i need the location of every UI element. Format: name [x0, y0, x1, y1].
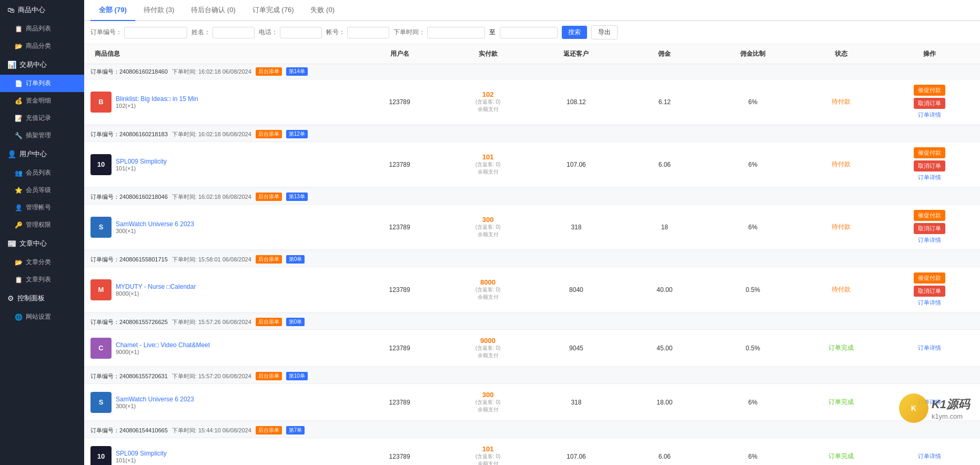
phone-input[interactable] — [280, 27, 322, 38]
export-button[interactable]: 导出 — [591, 25, 618, 39]
status-badge: 订单完成 — [829, 452, 854, 460]
order-detail-button[interactable]: 订单详情 — [918, 344, 941, 352]
tab-completed[interactable]: 订单完成 (76) — [244, 0, 302, 21]
status-badge: 订单完成 — [829, 344, 854, 351]
urge-payment-button[interactable]: 催促付款 — [914, 272, 945, 284]
sidebar-item-shop-manage[interactable]: 🔧 插架管理 — [0, 127, 84, 144]
account-field: 帐号： — [326, 27, 389, 38]
product-image: C — [90, 338, 112, 359]
sidebar-item-recharge[interactable]: 📝 充值记录 — [0, 109, 84, 127]
tab-failed[interactable]: 失败 (0) — [302, 0, 343, 21]
product-price: 8000(×1) — [116, 290, 196, 297]
order-meta: 订单编号：240806155801715 下单时间: 15:58:01 06/0… — [84, 252, 980, 267]
product-category-icon: 📂 — [15, 43, 23, 50]
product-name[interactable]: SamWatch Universe 6 2023 — [116, 396, 194, 403]
sidebar-item-product-list[interactable]: 📋 商品列表 — [0, 20, 84, 37]
sidebar-section-user[interactable]: 👤 用户中心 — [0, 144, 84, 164]
member-level-icon: ⭐ — [15, 187, 23, 194]
actions-cell: 催促付款 取消订单 订单详情 — [885, 272, 974, 307]
urge-payment-button[interactable]: 催促付款 — [914, 147, 945, 158]
sidebar-item-manage-account[interactable]: 👤 管理帐号 — [0, 199, 84, 216]
cancel-order-button[interactable]: 取消订单 — [914, 98, 945, 109]
order-detail-button[interactable]: 订单详情 — [918, 111, 941, 119]
sidebar-section-article[interactable]: 📰 文章中心 — [0, 234, 84, 254]
username-cell: 123789 — [356, 224, 444, 231]
commission-ratio-cell: 6% — [709, 399, 797, 406]
product-name[interactable]: SamWatch Universe 6 2023 — [116, 220, 194, 228]
product-info: M MYDUTY - Nurse □Calendar 8000(×1) — [90, 279, 356, 300]
order-meta: 订单编号：240806160218460 下单时间: 16:02:18 06/0… — [84, 64, 980, 79]
product-list-icon: 📋 — [15, 25, 23, 33]
cancel-order-button[interactable]: 取消订单 — [914, 286, 945, 297]
th-amount: 实付款 — [444, 49, 532, 58]
product-info: S SamWatch Universe 6 2023 300(×1) — [90, 392, 356, 413]
order-group: 订单编号：240806154410665 下单时间: 15:44:10 06/0… — [84, 423, 980, 465]
tab-pending-pay[interactable]: 待付款 (3) — [135, 0, 183, 21]
cancel-order-button[interactable]: 取消订单 — [914, 223, 945, 234]
time-start-input[interactable] — [427, 27, 485, 38]
order-tag1: 后台添单 — [256, 193, 282, 201]
order-detail-button[interactable]: 订单详情 — [918, 236, 941, 244]
product-name[interactable]: SPL009 Simplicity — [116, 158, 167, 165]
order-id: 订单编号：240806155726625 — [90, 318, 168, 326]
order-tag2: 第12单 — [286, 130, 308, 138]
commission-ratio-cell: 6% — [709, 224, 797, 231]
actions-cell: 催促付款 取消订单 订单详情 — [885, 85, 974, 119]
product-name[interactable]: SPL009 Simplicity — [116, 450, 167, 457]
product-info: 10 SPL009 Simplicity 101(×1) — [90, 446, 356, 466]
username-cell: 123789 — [356, 345, 444, 352]
sidebar-section-control[interactable]: ⚙ 控制面板 — [0, 288, 84, 308]
article-list-icon: 📋 — [15, 276, 23, 284]
status-badge: 待付款 — [832, 286, 851, 293]
urge-payment-button[interactable]: 催促付款 — [914, 85, 945, 96]
order-detail-button[interactable]: 订单详情 — [918, 398, 941, 406]
commission-cell: 18 — [620, 224, 709, 231]
sidebar-item-refund[interactable]: 💰 资金明细 — [0, 92, 84, 109]
sidebar-item-member-level[interactable]: ⭐ 会员等级 — [0, 181, 84, 199]
tab-all[interactable]: 全部 (79) — [90, 0, 135, 21]
status-badge: 待付款 — [832, 98, 851, 105]
product-image: S — [90, 217, 112, 238]
return-customer-cell: 107.06 — [532, 161, 620, 168]
time-end-input[interactable] — [500, 27, 558, 38]
order-group: 订单编号：240806160218183 下单时间: 16:02:18 06/0… — [84, 127, 980, 187]
tab-pending-confirm[interactable]: 待后台确认 (0) — [183, 0, 244, 21]
account-input[interactable] — [347, 27, 389, 38]
product-name[interactable]: Blinklist: Big Ideas□ in 15 Min — [116, 95, 198, 103]
sidebar-item-manage-role[interactable]: 🔑 管理权限 — [0, 216, 84, 234]
urge-payment-button[interactable]: 催促付款 — [914, 210, 945, 221]
order-detail-button[interactable]: 订单详情 — [918, 299, 941, 307]
sidebar-section-trade[interactable]: 📊 交易中心 — [0, 55, 84, 75]
sidebar-item-site-settings[interactable]: 🌐 网站设置 — [0, 308, 84, 326]
amount-cell: 300 (含返客: 0) 余额支付 — [444, 216, 532, 238]
search-button[interactable]: 搜索 — [562, 26, 587, 39]
product-info: B Blinklist: Big Ideas□ in 15 Min 102(×1… — [90, 92, 356, 113]
commission-ratio-cell: 6% — [709, 453, 797, 460]
product-image: 10 — [90, 446, 112, 466]
actions-cell: 催促付款 取消订单 订单详情 — [885, 147, 974, 181]
username-cell: 123789 — [356, 399, 444, 406]
sidebar-item-member-list[interactable]: 👥 会员列表 — [0, 164, 84, 181]
order-id: 订单编号：240806154410665 — [90, 427, 168, 434]
sidebar-item-article-category[interactable]: 📂 文章分类 — [0, 254, 84, 271]
main-content: 全部 (79) 待付款 (3) 待后台确认 (0) 订单完成 (76) 失败 (… — [84, 0, 980, 465]
sidebar-item-article-list[interactable]: 📋 文章列表 — [0, 271, 84, 288]
order-detail-button[interactable]: 订单详情 — [918, 452, 941, 460]
th-product: 商品信息 — [90, 49, 356, 58]
product-name[interactable]: MYDUTY - Nurse □Calendar — [116, 283, 196, 290]
sidebar-item-product-category[interactable]: 📂 商品分类 — [0, 37, 84, 55]
name-input[interactable] — [213, 27, 255, 38]
table-row: B Blinklist: Big Ideas□ in 15 Min 102(×1… — [84, 79, 980, 125]
order-detail-button[interactable]: 订单详情 — [918, 174, 941, 181]
return-customer-cell: 108.12 — [532, 98, 620, 106]
sidebar-section-shop[interactable]: 🛍 商品中心 — [0, 0, 84, 20]
cancel-order-button[interactable]: 取消订单 — [914, 160, 945, 171]
search-toolbar: 订单编号： 姓名： 电话： 帐号： 下单时间： 至 搜索 导出 — [84, 21, 980, 44]
status-cell: 待付款 — [797, 285, 885, 294]
name-field: 姓名： — [191, 27, 255, 38]
order-tag2: 第7单 — [286, 426, 305, 434]
order-no-input[interactable] — [124, 27, 187, 38]
order-time: 下单时间: 16:02:18 06/08/2024 — [172, 193, 251, 201]
sidebar-item-order-list[interactable]: 📄 订单列表 — [0, 75, 84, 92]
product-name[interactable]: Chamet - Live□ Video Chat&Meet — [116, 341, 210, 349]
